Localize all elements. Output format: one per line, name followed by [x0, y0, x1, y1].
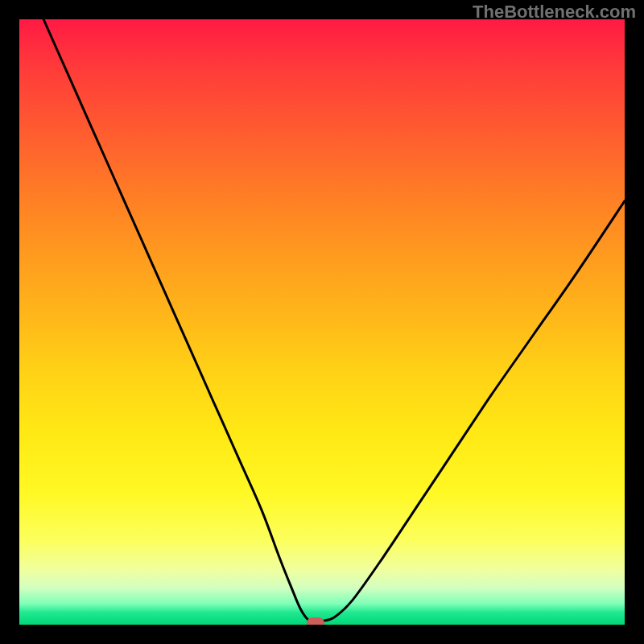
bottleneck-curve: [43, 19, 625, 622]
watermark-text: TheBottleneck.com: [473, 2, 636, 23]
chart-curve-svg: [19, 19, 625, 625]
chart-plot-area: [19, 19, 625, 625]
chart-marker: [307, 617, 324, 625]
